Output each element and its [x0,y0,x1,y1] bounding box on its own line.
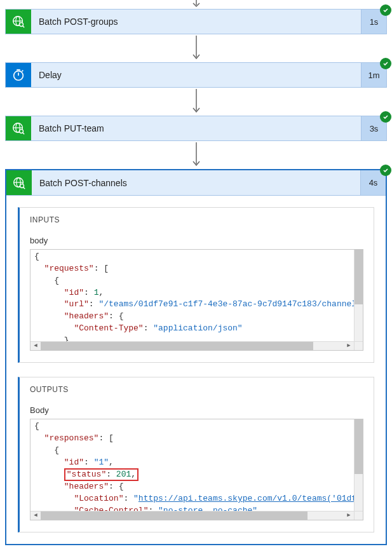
outputs-field-label: Body [30,405,363,415]
svg-line-5 [23,26,24,27]
outputs-body-box[interactable]: { "responses": [ { "id": "1", "status": … [30,419,363,520]
inputs-card: INPUTS body { "requests": [ { "id": 1, "… [18,207,374,363]
chevron-left-icon[interactable]: ◀ [30,342,41,350]
chevron-right-icon[interactable]: ▶ [344,512,354,520]
scrollbar-horizontal[interactable]: ◀ ▶ [30,511,354,520]
svg-point-21 [20,184,24,187]
chevron-right-icon[interactable]: ▶ [344,342,354,350]
inputs-field-label: body [30,236,363,245]
svg-line-22 [24,187,25,188]
globe-search-icon [6,116,31,140]
inputs-body-box[interactable]: { "requests": [ { "id": 1, "url": "/team… [30,249,363,351]
globe-search-icon [6,170,32,195]
step-label: Delay [31,63,361,87]
outputs-title: OUTPUTS [30,385,363,394]
step-label: Batch POST-channels [32,170,360,195]
flow-arrow [0,34,392,62]
scrollbar-horizontal[interactable]: ◀ ▶ [30,341,354,350]
svg-point-7 [14,71,24,81]
svg-line-16 [23,133,24,134]
step-batch-post-groups[interactable]: Batch POST-groups 1s [5,9,387,34]
scrollbar-vertical[interactable] [354,250,363,341]
status-highlight: "status": 201, [64,468,139,481]
step-batch-post-channels-header[interactable]: Batch POST-channels 4s [6,170,386,196]
step-label: Batch POST-groups [31,10,361,34]
timer-icon [6,63,31,87]
outputs-body-content: { "responses": [ { "id": "1", "status": … [30,419,354,511]
svg-point-15 [20,130,24,133]
flow-arrow-top [0,0,392,9]
chevron-left-icon[interactable]: ◀ [30,512,41,520]
scrollbar-vertical[interactable] [354,419,363,511]
success-badge-icon [380,165,391,176]
success-badge-icon [380,58,391,69]
inputs-title: INPUTS [30,215,363,224]
svg-line-10 [22,71,24,72]
inputs-body-content: { "requests": [ { "id": 1, "url": "/team… [30,250,354,341]
step-delay[interactable]: Delay 1m [5,62,387,88]
svg-point-4 [20,23,24,27]
flow-arrow [0,141,392,169]
success-badge-icon [380,111,391,123]
step-batch-post-channels-expanded: Batch POST-channels 4s INPUTS body { "re… [5,169,387,545]
globe-search-icon [6,10,31,34]
flow-arrow [0,88,392,116]
location-link[interactable]: https://api.teams.skype.com/v1.0/teams('… [139,494,354,503]
success-badge-icon [380,4,391,16]
step-label: Batch PUT-team [31,116,361,140]
step-batch-put-team[interactable]: Batch PUT-team 3s [5,116,387,141]
outputs-card: OUTPUTS Body { "responses": [ { "id": "1… [18,377,374,532]
